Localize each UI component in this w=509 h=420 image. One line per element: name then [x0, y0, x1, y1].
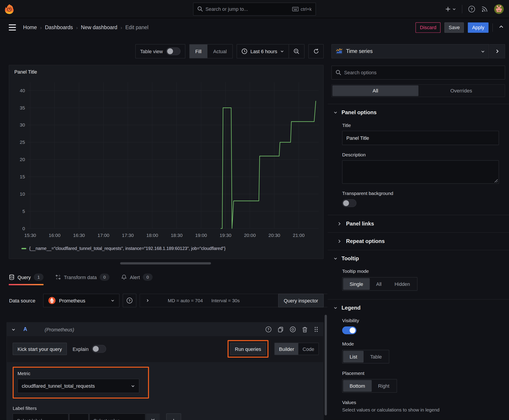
- legend-placement-bottom[interactable]: Bottom: [343, 380, 372, 392]
- kick-start-query-button[interactable]: Kick start your query: [13, 343, 67, 355]
- breadcrumb-new-dashboard[interactable]: New dashboard: [81, 24, 117, 30]
- chevron-up-icon: [499, 24, 504, 29]
- svg-text:35: 35: [20, 105, 25, 110]
- breadcrumb-home[interactable]: Home: [23, 24, 37, 30]
- legend-placement-right[interactable]: Right: [372, 380, 396, 392]
- view-toolbar: Table view Fill Actual Last 6 hours: [135, 44, 324, 59]
- svg-text:16:30: 16:30: [73, 233, 85, 238]
- chevron-down-icon[interactable]: [11, 327, 16, 332]
- query-ref-id: A: [23, 326, 27, 332]
- legend-mode-list[interactable]: List: [343, 351, 364, 363]
- chevron-right-icon: [337, 239, 342, 243]
- tooltip-mode-hidden[interactable]: Hidden: [388, 278, 417, 290]
- help-button[interactable]: ?: [468, 5, 475, 13]
- run-queries-highlight-annotation: Run queries: [227, 340, 269, 358]
- query-inspector-button[interactable]: Query inspector: [278, 294, 324, 307]
- table-view-toggle[interactable]: [166, 47, 181, 55]
- pane-resize-handle[interactable]: [120, 262, 211, 264]
- breadcrumb-dashboards[interactable]: Dashboards: [45, 24, 73, 30]
- legend-mode-table[interactable]: Table: [364, 351, 388, 363]
- search-icon: [197, 6, 203, 12]
- operator-dropdown[interactable]: =: [69, 413, 89, 420]
- panel-title[interactable]: Panel Title: [9, 65, 323, 75]
- title-label: Title: [342, 123, 505, 128]
- select-value-dropdown[interactable]: Select value: [89, 413, 145, 420]
- collapse-options-button[interactable]: [499, 24, 504, 30]
- metric-highlight-annotation: Metric cloudflared_tunnel_total_requests: [13, 367, 149, 398]
- news-feed-button[interactable]: [481, 5, 488, 13]
- help-circle-icon[interactable]: ?: [265, 326, 272, 333]
- tab-all[interactable]: All: [332, 85, 418, 96]
- metric-select[interactable]: cloudflared_tunnel_total_requests: [17, 379, 139, 393]
- svg-text:17:00: 17:00: [98, 233, 109, 238]
- code-option[interactable]: Code: [298, 343, 318, 355]
- query-row-header[interactable]: A (Prometheus) ?: [7, 323, 323, 336]
- legend-section-header[interactable]: Legend: [332, 300, 505, 311]
- refresh-button[interactable]: [308, 44, 324, 59]
- tab-overrides[interactable]: Overrides: [418, 85, 504, 96]
- breadcrumb: Home › Dashboards › New dashboard › Edit…: [23, 24, 149, 30]
- tab-alert[interactable]: Alert 0: [121, 269, 153, 285]
- drag-handle-icon[interactable]: [313, 326, 319, 332]
- add-new-button[interactable]: [445, 6, 456, 12]
- max-data-points-stat: MD = auto = 704: [168, 298, 203, 303]
- trash-icon[interactable]: [302, 326, 308, 332]
- breadcrumb-separator: ›: [76, 25, 78, 30]
- panel-options-section-header[interactable]: Panel options: [332, 104, 505, 116]
- duplicate-icon[interactable]: [278, 326, 284, 332]
- series-color-marker: [21, 248, 26, 249]
- description-textarea[interactable]: [342, 160, 499, 184]
- menu-toggle-button[interactable]: [9, 24, 16, 30]
- remove-filter-button[interactable]: ✕: [146, 413, 160, 420]
- explain-toggle[interactable]: [92, 345, 106, 353]
- legend-content: Visibility Mode List Table Placement Bot…: [332, 318, 505, 412]
- panel-title-input[interactable]: [342, 131, 499, 145]
- panel-options-heading: Panel options: [342, 109, 377, 115]
- tooltip-mode-all[interactable]: All: [370, 278, 388, 290]
- options-search-input[interactable]: Search options: [332, 66, 505, 79]
- repeat-options-section-header[interactable]: Repeat options: [332, 233, 505, 250]
- fill-actual-switch: Fill Actual: [189, 44, 233, 59]
- chevron-down-icon: [333, 110, 338, 115]
- grafana-logo-icon[interactable]: [4, 3, 15, 14]
- panel-links-section-header[interactable]: Panel links: [332, 215, 505, 232]
- hide-response-icon[interactable]: [289, 326, 296, 333]
- tab-query-label: Query: [17, 274, 31, 280]
- zoom-out-time-button[interactable]: [289, 45, 304, 58]
- user-avatar[interactable]: [494, 4, 504, 14]
- tab-query[interactable]: Query 1: [9, 269, 44, 285]
- interval-stat: Interval = 30s: [211, 298, 239, 303]
- tab-transform-data[interactable]: Transform data 0: [55, 269, 109, 285]
- svg-text:?: ?: [471, 7, 473, 11]
- resize-handle-icon[interactable]: [494, 179, 498, 182]
- run-queries-button[interactable]: Run queries: [230, 343, 266, 355]
- editor-tabs: Query 1 Transform data 0: [0, 269, 327, 285]
- chart-legend-item[interactable]: {__name__="cloudflared_tunnel_total_requ…: [21, 246, 226, 251]
- actual-option[interactable]: Actual: [207, 45, 233, 58]
- legend-visibility-toggle[interactable]: [342, 326, 357, 334]
- builder-option[interactable]: Builder: [275, 343, 298, 355]
- select-label-dropdown[interactable]: Select label: [13, 413, 68, 420]
- time-range-picker[interactable]: Last 6 hours: [237, 48, 289, 54]
- save-button[interactable]: Save: [445, 22, 464, 32]
- datasource-help-button[interactable]: ?: [123, 294, 137, 307]
- toggle-viz-picker-button[interactable]: [489, 44, 505, 59]
- visualization-picker[interactable]: Time series: [332, 44, 489, 59]
- svg-text:40: 40: [20, 88, 25, 93]
- fill-option[interactable]: Fill: [190, 45, 207, 58]
- transparent-background-toggle[interactable]: [342, 199, 357, 207]
- svg-text:20: 20: [20, 157, 25, 162]
- explain-control: Explain: [73, 345, 106, 353]
- panel-options-pane: Time series Search options: [327, 37, 509, 420]
- transparent-background-label: Transparent background: [342, 191, 505, 196]
- tooltip-section-header[interactable]: Tooltip: [332, 250, 505, 262]
- discard-button[interactable]: Discard: [416, 22, 441, 32]
- datasource-picker[interactable]: Prometheus: [43, 294, 119, 307]
- apply-button[interactable]: Apply: [468, 22, 489, 32]
- add-filter-button[interactable]: +: [166, 413, 181, 420]
- global-search-input[interactable]: Search or jump to... ctrl+k: [193, 2, 316, 15]
- svg-text:?: ?: [267, 328, 270, 331]
- time-series-chart[interactable]: 051015202530354015:3016:0016:3017:0017:3…: [12, 79, 321, 242]
- vertical-scrollbar-thumb[interactable]: [325, 315, 327, 415]
- tooltip-mode-single[interactable]: Single: [343, 278, 370, 290]
